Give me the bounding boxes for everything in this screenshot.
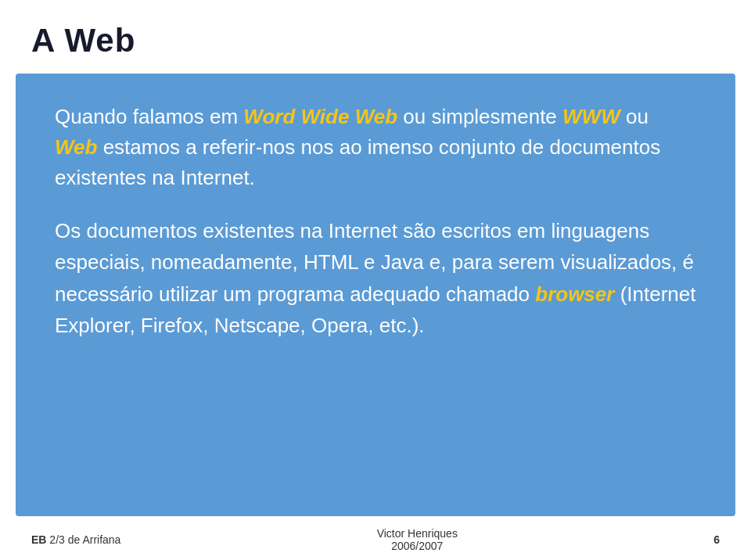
- paragraph2: Os documentos existentes na Internet são…: [55, 215, 696, 341]
- footer-eb: EB: [31, 533, 46, 546]
- footer-author: Victor Henriques: [377, 527, 458, 540]
- para1-suffix: estamos a referir-nos nos ao imenso conj…: [55, 135, 660, 189]
- para1-highlight-www-full: Word Wide Web: [243, 105, 397, 128]
- para1-highlight-www: WWW: [562, 105, 620, 128]
- footer-center: Victor Henriques 2006/2007: [377, 527, 458, 552]
- paragraph1: Quando falamos em Word Wide Web ou simpl…: [55, 102, 696, 193]
- para1-middle: ou simplesmente: [403, 105, 562, 128]
- para1-connector: ou: [626, 105, 649, 128]
- footer-year: 2006/2007: [377, 540, 458, 552]
- footer: EB 2/3 de Arrifana Victor Henriques 2006…: [0, 516, 751, 560]
- para1-prefix: Quando falamos em: [55, 105, 243, 128]
- slide: A Web Quando falamos em Word Wide Web ou…: [0, 0, 751, 560]
- para1-highlight-web: Web: [55, 135, 97, 159]
- footer-left: EB 2/3 de Arrifana: [31, 533, 120, 546]
- para2-browser: browser: [535, 282, 614, 306]
- content-area: Quando falamos em Word Wide Web ou simpl…: [16, 74, 735, 516]
- footer-school: 2/3 de Arrifana: [49, 533, 120, 546]
- title-bar: A Web: [0, 0, 751, 74]
- footer-page-number: 6: [713, 533, 720, 546]
- slide-title: A Web: [31, 22, 720, 59]
